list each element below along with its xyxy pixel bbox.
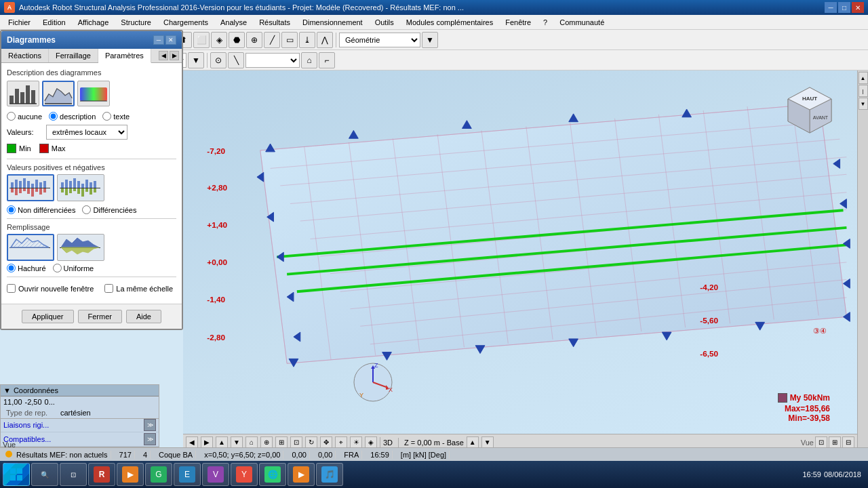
menu-chargements[interactable]: Chargements (158, 17, 214, 28)
view-extra-btn1[interactable]: ⊡ (815, 436, 827, 449)
windows-start-button[interactable] (3, 463, 30, 486)
rt-btn1[interactable]: ▲ (859, 72, 868, 84)
view-prev-button[interactable]: ◀ (186, 436, 198, 449)
view-select-button[interactable]: ⊡ (290, 436, 302, 449)
load-btn[interactable]: ⤓ (299, 32, 315, 48)
menu-fichier[interactable]: Fichier (3, 17, 36, 28)
view-home-button[interactable]: ⌂ (245, 436, 258, 449)
view-snap-button[interactable]: ⌖ (335, 436, 347, 449)
angle-btn[interactable]: ⌐ (319, 52, 335, 68)
help-button[interactable]: Aide (126, 310, 161, 323)
orient-btn[interactable]: ⌂ (301, 52, 317, 68)
valeurs-select[interactable]: extrêmes locaux extrêmes globaux tous (46, 125, 127, 140)
arrow-down-icon[interactable]: ▼ (422, 32, 438, 48)
uniforme-radio[interactable] (53, 264, 62, 272)
z-down-button[interactable]: ▼ (481, 436, 494, 449)
taskbar-app2[interactable]: ▶ (117, 463, 144, 486)
menu-modules[interactable]: Modules complémentaires (401, 17, 498, 28)
taskbar-app6[interactable]: Y (231, 463, 258, 486)
view-up-button[interactable]: ▲ (216, 436, 228, 449)
mesh-btn[interactable]: ⬣ (229, 32, 245, 48)
diagram-type1-button[interactable] (7, 81, 39, 106)
panel-minimize-button[interactable]: ─ (153, 35, 164, 45)
nouvelle-fenetre-label[interactable]: Ouvrir nouvelle fenêtre (7, 284, 94, 293)
menu-affichage[interactable]: Affichage (73, 17, 115, 28)
plate-btn[interactable]: ▭ (281, 32, 298, 48)
menu-resultats[interactable]: Résultats (254, 17, 296, 28)
menu-help[interactable]: ? (538, 17, 553, 28)
menu-dimensionnement[interactable]: Dimensionnement (297, 17, 368, 28)
non-differenciees-radio[interactable] (7, 205, 16, 214)
case-down-icon[interactable]: ▼ (188, 52, 204, 68)
menu-outils[interactable]: Outils (370, 17, 399, 28)
minimize-button[interactable]: ─ (825, 2, 837, 13)
option-aucune-label[interactable]: aucune (7, 112, 42, 121)
taskbar-app4[interactable]: E (174, 463, 201, 486)
option-texte-radio[interactable] (102, 112, 111, 121)
taskbar-app7[interactable]: 🌐 (259, 463, 286, 486)
menu-fenetre[interactable]: Fenêtre (500, 17, 536, 28)
close-button[interactable]: ✕ (852, 2, 864, 13)
attr-liaisons-label[interactable]: Liaisons rigi... (3, 421, 144, 429)
view-down-button[interactable]: ▼ (231, 436, 243, 449)
tab-ferraillage[interactable]: Ferraillage (49, 49, 98, 62)
z-up-button[interactable]: ▲ (467, 436, 479, 449)
menu-edition[interactable]: Edition (37, 17, 71, 28)
tab-reactions[interactable]: Réactions (1, 49, 49, 62)
taskbar-app5[interactable]: V (202, 463, 229, 486)
geometry-dropdown[interactable]: Géométrie (339, 33, 420, 47)
option-description-label[interactable]: description (49, 112, 96, 121)
view-extra-btn3[interactable]: ⊟ (842, 436, 854, 449)
attr-liaisons-icon[interactable]: ≫ (144, 419, 156, 431)
node2-btn[interactable]: ⊙ (210, 52, 226, 68)
differenciees-radio[interactable] (82, 205, 91, 214)
tab-next-button[interactable]: ▶ (170, 51, 179, 60)
view-full-button[interactable]: ⊞ (275, 436, 288, 449)
menu-structure[interactable]: Structure (115, 17, 157, 28)
panel-close-button[interactable]: ✕ (165, 35, 176, 45)
meme-echelle-checkbox[interactable] (104, 284, 113, 293)
pos-neg-type1-button[interactable] (7, 174, 54, 201)
bar-btn[interactable]: ╱ (264, 32, 280, 48)
taskbar-app9[interactable]: 🎵 (316, 463, 343, 486)
differenciees-label[interactable]: Différenciées (82, 205, 136, 214)
view-dropdown[interactable] (245, 53, 300, 68)
diagram-type2-button[interactable] (42, 81, 75, 106)
hachure-radio[interactable] (7, 264, 16, 272)
menu-analyse[interactable]: Analyse (215, 17, 252, 28)
bar2-btn[interactable]: ╲ (228, 52, 244, 68)
taskbar-search-button[interactable]: 🔍 (31, 463, 58, 486)
pos-neg-type2-button[interactable] (57, 174, 104, 201)
attr-compatibles-label[interactable]: Compatibles... (3, 435, 144, 443)
uniforme-label[interactable]: Uniforme (53, 264, 94, 272)
rt-btn3[interactable]: ▼ (859, 98, 868, 110)
coordinates-expand-icon[interactable]: ▼ (3, 386, 11, 394)
close-panel-button[interactable]: Fermer (78, 310, 122, 323)
option-texte-label[interactable]: texte (102, 112, 130, 121)
section-btn[interactable]: ⬜ (193, 32, 210, 48)
option-aucune-radio[interactable] (7, 112, 16, 121)
view-extra-btn2[interactable]: ⊞ (829, 436, 841, 449)
hachure-label[interactable]: Hachuré (7, 264, 46, 272)
node-btn[interactable]: ⊕ (246, 32, 262, 48)
attr-compatibles-icon[interactable]: ≫ (144, 433, 156, 445)
view-light-button[interactable]: ☀ (350, 436, 362, 449)
rt-btn2[interactable]: | (859, 85, 868, 97)
taskbar-app1[interactable]: R (88, 463, 115, 486)
meme-echelle-label[interactable]: La même échelle (104, 284, 173, 293)
maximize-button[interactable]: □ (838, 2, 850, 13)
tab-parametres[interactable]: Paramètres (98, 49, 151, 63)
nouvelle-fenetre-checkbox[interactable] (7, 284, 16, 293)
tab-prev-button[interactable]: ◀ (159, 51, 168, 60)
view-zoom-button[interactable]: ⊕ (260, 436, 273, 449)
option-description-radio[interactable] (49, 112, 58, 121)
view-render-button[interactable]: ◈ (365, 436, 377, 449)
view-rotate-button[interactable]: ↻ (305, 436, 317, 449)
support-btn[interactable]: ⋀ (317, 32, 333, 48)
diagram-type3-button[interactable] (77, 81, 110, 106)
view-next-button[interactable]: ▶ (201, 436, 213, 449)
menu-communaute[interactable]: Communauté (554, 17, 610, 28)
navigation-cube[interactable]: HAUT AVANT (783, 84, 837, 138)
view3d-btn[interactable]: ◈ (211, 32, 227, 48)
taskbar-app8[interactable]: ▶ (288, 463, 315, 486)
